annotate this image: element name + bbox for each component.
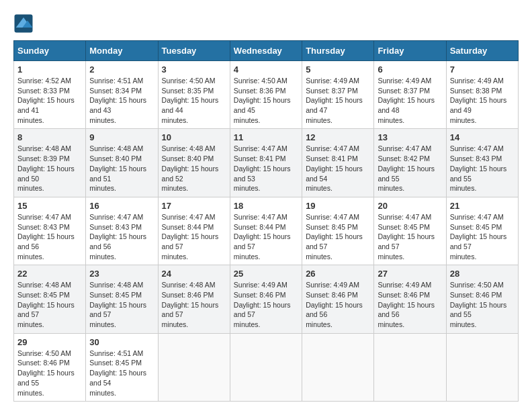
column-header-tuesday: Tuesday	[158, 41, 230, 61]
calendar-cell: 18 Sunrise: 4:47 AMSunset: 8:44 PMDaylig…	[230, 197, 302, 265]
day-info: Sunrise: 4:51 AMSunset: 8:45 PMDaylight:…	[89, 349, 154, 398]
day-info: Sunrise: 4:47 AMSunset: 8:44 PMDaylight:…	[234, 212, 298, 261]
day-info: Sunrise: 4:50 AMSunset: 8:46 PMDaylight:…	[450, 280, 515, 329]
column-header-friday: Friday	[374, 41, 446, 61]
calendar-cell: 9 Sunrise: 4:48 AMSunset: 8:40 PMDayligh…	[86, 129, 158, 197]
calendar-cell: 23 Sunrise: 4:48 AMSunset: 8:45 PMDaylig…	[86, 265, 158, 333]
day-info: Sunrise: 4:48 AMSunset: 8:45 PMDaylight:…	[17, 280, 82, 329]
day-number: 9	[89, 132, 154, 142]
day-number: 26	[306, 269, 370, 279]
day-info: Sunrise: 4:52 AMSunset: 8:33 PMDaylight:…	[17, 76, 82, 125]
day-info: Sunrise: 4:47 AMSunset: 8:43 PMDaylight:…	[17, 212, 82, 261]
calendar-cell: 22 Sunrise: 4:48 AMSunset: 8:45 PMDaylig…	[14, 265, 86, 333]
calendar-cell: 16 Sunrise: 4:47 AMSunset: 8:43 PMDaylig…	[86, 197, 158, 265]
calendar-cell: 17 Sunrise: 4:47 AMSunset: 8:44 PMDaylig…	[158, 197, 230, 265]
day-number: 2	[89, 64, 154, 75]
day-info: Sunrise: 4:49 AMSunset: 8:46 PMDaylight:…	[306, 280, 370, 329]
calendar-header-row: SundayMondayTuesdayWednesdayThursdayFrid…	[14, 41, 519, 61]
page-header	[13, 13, 519, 34]
column-header-monday: Monday	[86, 41, 158, 61]
day-number: 6	[378, 64, 442, 75]
calendar-cell	[302, 333, 374, 401]
calendar-cell: 4 Sunrise: 4:50 AMSunset: 8:36 PMDayligh…	[230, 61, 302, 129]
day-number: 30	[89, 337, 154, 347]
day-number: 19	[306, 201, 370, 211]
column-header-saturday: Saturday	[446, 41, 518, 61]
day-info: Sunrise: 4:47 AMSunset: 8:43 PMDaylight:…	[450, 144, 515, 193]
day-info: Sunrise: 4:49 AMSunset: 8:38 PMDaylight:…	[450, 76, 515, 125]
day-number: 3	[162, 64, 226, 75]
day-number: 28	[450, 269, 515, 279]
day-number: 7	[450, 64, 515, 75]
calendar-cell: 19 Sunrise: 4:47 AMSunset: 8:45 PMDaylig…	[302, 197, 374, 265]
logo-icon	[13, 13, 34, 34]
calendar-cell: 2 Sunrise: 4:51 AMSunset: 8:34 PMDayligh…	[86, 61, 158, 129]
day-info: Sunrise: 4:47 AMSunset: 8:45 PMDaylight:…	[378, 212, 442, 261]
calendar-cell: 12 Sunrise: 4:47 AMSunset: 8:41 PMDaylig…	[302, 129, 374, 197]
calendar-week-row: 22 Sunrise: 4:48 AMSunset: 8:45 PMDaylig…	[14, 265, 519, 333]
calendar-cell: 21 Sunrise: 4:47 AMSunset: 8:45 PMDaylig…	[446, 197, 518, 265]
day-info: Sunrise: 4:51 AMSunset: 8:34 PMDaylight:…	[89, 76, 154, 125]
calendar-week-row: 29 Sunrise: 4:50 AMSunset: 8:46 PMDaylig…	[14, 333, 519, 401]
calendar-cell: 24 Sunrise: 4:48 AMSunset: 8:46 PMDaylig…	[158, 265, 230, 333]
day-number: 15	[17, 201, 82, 211]
day-info: Sunrise: 4:50 AMSunset: 8:36 PMDaylight:…	[234, 76, 298, 125]
day-info: Sunrise: 4:47 AMSunset: 8:45 PMDaylight:…	[306, 212, 370, 261]
column-header-thursday: Thursday	[302, 41, 374, 61]
day-info: Sunrise: 4:49 AMSunset: 8:46 PMDaylight:…	[234, 280, 298, 329]
day-number: 12	[306, 132, 370, 142]
day-info: Sunrise: 4:49 AMSunset: 8:46 PMDaylight:…	[378, 280, 442, 329]
day-info: Sunrise: 4:48 AMSunset: 8:40 PMDaylight:…	[89, 144, 154, 193]
day-number: 21	[450, 201, 515, 211]
day-info: Sunrise: 4:47 AMSunset: 8:45 PMDaylight:…	[450, 212, 515, 261]
calendar-cell	[446, 333, 518, 401]
calendar-cell: 28 Sunrise: 4:50 AMSunset: 8:46 PMDaylig…	[446, 265, 518, 333]
calendar-table: SundayMondayTuesdayWednesdayThursdayFrid…	[13, 40, 519, 402]
column-header-wednesday: Wednesday	[230, 41, 302, 61]
calendar-cell: 26 Sunrise: 4:49 AMSunset: 8:46 PMDaylig…	[302, 265, 374, 333]
calendar-cell: 8 Sunrise: 4:48 AMSunset: 8:39 PMDayligh…	[14, 129, 86, 197]
day-info: Sunrise: 4:50 AMSunset: 8:35 PMDaylight:…	[162, 76, 226, 125]
logo	[13, 13, 36, 34]
calendar-week-row: 15 Sunrise: 4:47 AMSunset: 8:43 PMDaylig…	[14, 197, 519, 265]
day-number: 18	[234, 201, 298, 211]
calendar-cell	[158, 333, 230, 401]
day-number: 24	[162, 269, 226, 279]
calendar-cell: 25 Sunrise: 4:49 AMSunset: 8:46 PMDaylig…	[230, 265, 302, 333]
day-info: Sunrise: 4:49 AMSunset: 8:37 PMDaylight:…	[378, 76, 442, 125]
day-number: 4	[234, 64, 298, 75]
column-header-sunday: Sunday	[14, 41, 86, 61]
day-info: Sunrise: 4:48 AMSunset: 8:40 PMDaylight:…	[162, 144, 226, 193]
day-number: 29	[17, 337, 82, 347]
day-info: Sunrise: 4:48 AMSunset: 8:46 PMDaylight:…	[162, 280, 226, 329]
calendar-cell: 15 Sunrise: 4:47 AMSunset: 8:43 PMDaylig…	[14, 197, 86, 265]
day-info: Sunrise: 4:48 AMSunset: 8:45 PMDaylight:…	[89, 280, 154, 329]
calendar-cell: 29 Sunrise: 4:50 AMSunset: 8:46 PMDaylig…	[14, 333, 86, 401]
calendar-cell: 3 Sunrise: 4:50 AMSunset: 8:35 PMDayligh…	[158, 61, 230, 129]
calendar-cell: 7 Sunrise: 4:49 AMSunset: 8:38 PMDayligh…	[446, 61, 518, 129]
day-number: 13	[378, 132, 442, 142]
day-number: 5	[306, 64, 370, 75]
calendar-cell: 27 Sunrise: 4:49 AMSunset: 8:46 PMDaylig…	[374, 265, 446, 333]
calendar-week-row: 8 Sunrise: 4:48 AMSunset: 8:39 PMDayligh…	[14, 129, 519, 197]
day-number: 11	[234, 132, 298, 142]
day-number: 1	[17, 64, 82, 75]
calendar-cell: 6 Sunrise: 4:49 AMSunset: 8:37 PMDayligh…	[374, 61, 446, 129]
day-info: Sunrise: 4:47 AMSunset: 8:42 PMDaylight:…	[378, 144, 442, 193]
calendar-cell: 10 Sunrise: 4:48 AMSunset: 8:40 PMDaylig…	[158, 129, 230, 197]
day-info: Sunrise: 4:50 AMSunset: 8:46 PMDaylight:…	[17, 349, 82, 398]
day-info: Sunrise: 4:47 AMSunset: 8:43 PMDaylight:…	[89, 212, 154, 261]
day-number: 8	[17, 132, 82, 142]
day-number: 10	[162, 132, 226, 142]
day-number: 25	[234, 269, 298, 279]
day-number: 16	[89, 201, 154, 211]
calendar-cell: 11 Sunrise: 4:47 AMSunset: 8:41 PMDaylig…	[230, 129, 302, 197]
calendar-cell	[230, 333, 302, 401]
calendar-cell: 20 Sunrise: 4:47 AMSunset: 8:45 PMDaylig…	[374, 197, 446, 265]
day-number: 14	[450, 132, 515, 142]
day-info: Sunrise: 4:47 AMSunset: 8:41 PMDaylight:…	[306, 144, 370, 193]
calendar-week-row: 1 Sunrise: 4:52 AMSunset: 8:33 PMDayligh…	[14, 61, 519, 129]
calendar-cell	[374, 333, 446, 401]
day-number: 27	[378, 269, 442, 279]
day-number: 23	[89, 269, 154, 279]
